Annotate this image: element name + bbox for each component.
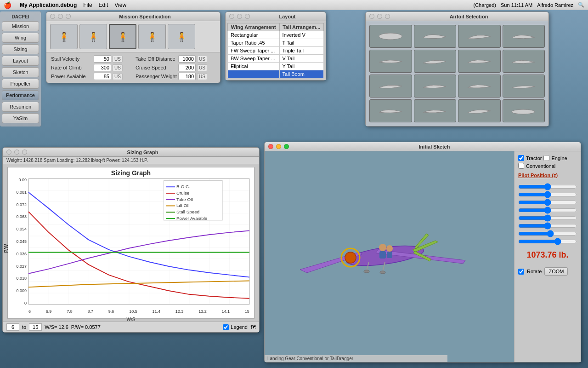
- airfoil-1[interactable]: [369, 25, 412, 48]
- passenger-weight-input[interactable]: [178, 73, 196, 80]
- layout-table: Wing Arrangement Tail Arrangem... Rectan…: [227, 23, 324, 78]
- zoom-button[interactable]: ZOOM: [544, 267, 568, 276]
- rotate-label: Rotate: [527, 269, 542, 274]
- airfoil-close-button[interactable]: [369, 14, 374, 19]
- figure-5[interactable]: 🧍: [168, 24, 195, 49]
- zoom-row: Rotate ZOOM: [518, 267, 577, 276]
- takeoff-distance-input[interactable]: [178, 55, 196, 63]
- close-button[interactable]: [50, 14, 55, 19]
- layout-minimize-button[interactable]: [237, 14, 242, 19]
- file-menu[interactable]: File: [83, 2, 92, 8]
- sidebar-item-resumen[interactable]: Resumen: [2, 102, 39, 112]
- figure-2[interactable]: 🧍: [79, 24, 107, 49]
- airfoil-5[interactable]: [369, 50, 412, 73]
- sketch-minimize-button[interactable]: [276, 144, 281, 149]
- tractor-checkbox[interactable]: [518, 155, 524, 161]
- search-icon[interactable]: 🔍: [578, 2, 584, 8]
- y-label-0.009: 0.009: [9, 288, 27, 293]
- slider-5[interactable]: [518, 215, 577, 221]
- airfoil-7[interactable]: [458, 50, 501, 73]
- map-icon[interactable]: 🗺: [250, 324, 255, 330]
- layout-close-button[interactable]: [229, 14, 234, 19]
- sidebar-item-sketch[interactable]: Sketch: [2, 67, 39, 77]
- stall-velocity-label: Stall Velocity: [51, 56, 92, 62]
- airfoil-13[interactable]: [369, 99, 412, 122]
- engine-checkbox[interactable]: [543, 155, 549, 161]
- sidebar-item-wing[interactable]: Wing: [2, 33, 39, 43]
- airfoil-maximize-button[interactable]: [385, 14, 390, 19]
- sizing-maximize-button[interactable]: [22, 150, 27, 155]
- minimize-button[interactable]: [58, 14, 63, 19]
- table-row[interactable]: FW Sweep Taper ... Triple Tail: [228, 47, 324, 55]
- table-row[interactable]: Taper Ratio .45 T Tail: [228, 39, 324, 47]
- sketch-title: Initial Sketch: [292, 144, 577, 150]
- conventional-checkbox[interactable]: [518, 163, 524, 169]
- airfoil-15[interactable]: [458, 99, 501, 122]
- table-row[interactable]: Eliptical Y Tail: [228, 63, 324, 70]
- pilot-position-link[interactable]: Pilot Position (z): [518, 172, 577, 178]
- table-row[interactable]: BW Sweep Taper ... V Tail: [228, 55, 324, 63]
- maximize-button[interactable]: [66, 14, 71, 19]
- slider-4[interactable]: [518, 207, 577, 213]
- stall-velocity-input[interactable]: [94, 55, 111, 63]
- slider-6[interactable]: [518, 223, 577, 229]
- slider-8[interactable]: [518, 238, 577, 245]
- figure-1[interactable]: 🧍: [50, 24, 78, 49]
- takeoff-distance-unit: US: [197, 56, 207, 63]
- cruise-speed-input[interactable]: [178, 64, 196, 71]
- x-label-11.4: 11.4: [152, 309, 160, 314]
- airfoil-14[interactable]: [414, 99, 457, 122]
- sidebar-item-yasim[interactable]: YaSim: [2, 113, 39, 123]
- x-range-to[interactable]: [29, 323, 42, 331]
- airfoil-9[interactable]: [369, 75, 412, 98]
- airfoil-6[interactable]: [414, 50, 457, 73]
- airfoil-minimize-button[interactable]: [377, 14, 382, 19]
- sizing-close-button[interactable]: [6, 150, 11, 155]
- sidebar-item-propeller[interactable]: Propeller: [2, 79, 39, 89]
- view-menu[interactable]: View: [114, 2, 126, 8]
- sidebar-item-performance[interactable]: Performance: [2, 90, 39, 100]
- sizing-minimize-button[interactable]: [14, 150, 19, 155]
- figure-3[interactable]: 🧍: [109, 24, 136, 49]
- conventional-label: Conventional: [526, 163, 555, 169]
- apple-menu-icon[interactable]: 🍎: [4, 1, 11, 9]
- sizing-panel: Sizing Graph Weight: 1428.218 Spam Loadi…: [2, 147, 260, 333]
- x-label-14.1: 14.1: [222, 309, 230, 314]
- airfoil-10[interactable]: [414, 75, 457, 98]
- figure-4[interactable]: 🧍: [138, 24, 166, 49]
- edit-menu[interactable]: Edit: [99, 2, 108, 8]
- legend-checkbox[interactable]: [223, 324, 229, 330]
- rotate-checkbox[interactable]: [518, 269, 524, 275]
- table-row-selected[interactable]: Tail Boom: [228, 70, 324, 78]
- rate-of-climb-input[interactable]: [94, 64, 111, 71]
- svg-rect-27: [379, 251, 386, 259]
- sizing-chart-svg: R.O.C. Cruise Take Off Lift Off Stall Sp…: [28, 178, 249, 305]
- airfoil-8[interactable]: [503, 50, 545, 73]
- slider-6-row: [518, 223, 577, 229]
- legend-label: Legend: [231, 324, 248, 330]
- power-available-input[interactable]: [94, 73, 111, 80]
- layout-maximize-button[interactable]: [245, 14, 250, 19]
- sidebar-item-sizing[interactable]: Sizing: [2, 44, 39, 54]
- slider-2[interactable]: [518, 191, 577, 198]
- airfoil-12[interactable]: [503, 75, 545, 98]
- slider-7[interactable]: [518, 230, 577, 237]
- sidebar-item-layout[interactable]: Layout: [2, 56, 39, 66]
- slider-3[interactable]: [518, 199, 577, 206]
- slider-1[interactable]: [518, 184, 577, 190]
- sidebar-item-mission[interactable]: Mission: [2, 21, 39, 31]
- airfoil-11[interactable]: [458, 75, 501, 98]
- sketch-close-button[interactable]: [268, 144, 273, 149]
- mission-figures: 🧍 🧍 🧍 🧍 🧍: [46, 21, 220, 52]
- slider-4-row: [518, 207, 577, 213]
- x-range-from[interactable]: [6, 323, 19, 331]
- sketch-maximize-button[interactable]: [284, 144, 289, 149]
- airfoil-16[interactable]: [503, 99, 545, 122]
- svg-text:Cruise: Cruise: [176, 190, 190, 196]
- table-row[interactable]: Rectangular Inverted V: [228, 31, 324, 39]
- airfoil-2[interactable]: [414, 25, 457, 48]
- svg-point-23: [364, 270, 369, 273]
- sizing-footer: to W/S= 12.6 P/W= 0.0577 Legend 🗺: [3, 322, 259, 332]
- airfoil-3[interactable]: [458, 25, 501, 48]
- airfoil-4[interactable]: [503, 25, 545, 48]
